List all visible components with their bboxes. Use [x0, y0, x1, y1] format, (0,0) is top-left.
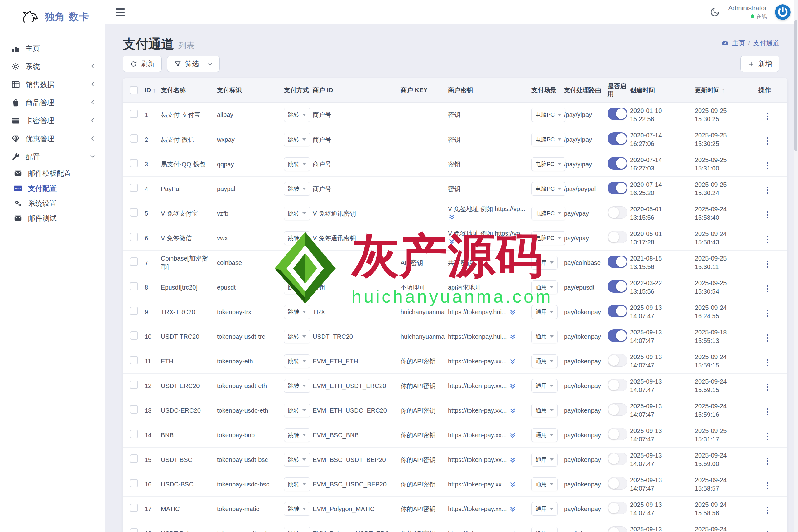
add-button[interactable]: 新增: [740, 56, 779, 72]
expand-icon[interactable]: [509, 457, 516, 463]
row-actions-kebab[interactable]: [764, 357, 772, 368]
row-checkbox[interactable]: [130, 110, 138, 118]
row-actions-kebab[interactable]: [764, 160, 772, 171]
sidebar-subitem[interactable]: 系统设置: [0, 196, 105, 211]
page-scrollbar[interactable]: [794, 0, 798, 532]
pay-scene-select[interactable]: 通用: [531, 281, 558, 294]
row-checkbox[interactable]: [130, 331, 138, 340]
expand-icon[interactable]: [509, 358, 516, 365]
expand-icon[interactable]: [509, 506, 516, 513]
pay-method-select[interactable]: 跳转: [284, 133, 310, 147]
row-actions-kebab[interactable]: [764, 530, 772, 532]
pay-scene-select[interactable]: 通用: [531, 305, 558, 319]
col-id[interactable]: ID↑: [145, 86, 161, 94]
enabled-toggle[interactable]: [608, 132, 627, 145]
pay-scene-select[interactable]: 通用: [531, 453, 558, 467]
col-updated[interactable]: 更新时间↑: [695, 86, 758, 94]
pay-scene-select[interactable]: 通用: [531, 477, 558, 491]
row-actions-kebab[interactable]: [764, 136, 772, 147]
pay-method-select[interactable]: 跳转: [284, 207, 310, 220]
row-checkbox[interactable]: [130, 479, 138, 488]
enabled-toggle[interactable]: [608, 255, 627, 268]
row-checkbox[interactable]: [130, 528, 138, 532]
row-actions-kebab[interactable]: [764, 456, 772, 467]
row-actions-kebab[interactable]: [764, 505, 772, 516]
sidebar-subitem-active[interactable]: VISA支付配置: [0, 181, 105, 196]
enabled-toggle[interactable]: [608, 108, 627, 120]
pay-scene-select[interactable]: 电脑PC: [531, 133, 566, 147]
sidebar-subitem[interactable]: 邮件模板配置: [0, 166, 105, 181]
pay-method-select[interactable]: 跳转: [284, 354, 310, 368]
row-actions-kebab[interactable]: [764, 259, 772, 270]
row-actions-kebab[interactable]: [764, 406, 772, 417]
row-checkbox[interactable]: [130, 233, 138, 241]
hamburger-menu-icon[interactable]: [116, 8, 125, 16]
enabled-toggle[interactable]: [608, 477, 627, 490]
enabled-toggle[interactable]: [608, 403, 627, 416]
pay-method-select[interactable]: 跳转: [284, 157, 310, 171]
enabled-toggle[interactable]: [608, 428, 627, 440]
row-checkbox[interactable]: [130, 258, 138, 266]
pay-method-select[interactable]: 跳转: [284, 379, 310, 393]
pay-method-select[interactable]: 跳转: [284, 305, 310, 319]
pay-method-select[interactable]: 跳转: [284, 108, 310, 121]
sidebar-item-gem[interactable]: 优惠管理: [0, 130, 105, 148]
enabled-toggle[interactable]: [608, 182, 627, 194]
expand-icon[interactable]: [509, 309, 516, 316]
enabled-toggle[interactable]: [608, 379, 627, 391]
enabled-toggle[interactable]: [608, 305, 627, 317]
pay-scene-select[interactable]: 电脑PC: [531, 108, 566, 121]
pay-method-select[interactable]: 跳转: [284, 182, 310, 196]
refresh-button[interactable]: 刷新: [123, 56, 162, 72]
pay-scene-select[interactable]: 通用: [531, 502, 558, 516]
pay-scene-select[interactable]: 通用: [531, 354, 558, 368]
row-checkbox[interactable]: [130, 405, 138, 414]
row-checkbox[interactable]: [130, 134, 138, 143]
sidebar-item-gear[interactable]: 系统: [0, 57, 105, 75]
breadcrumb-home[interactable]: 主页: [732, 39, 745, 48]
pay-scene-select[interactable]: 通用: [531, 428, 558, 442]
pay-method-select[interactable]: 跳转: [284, 428, 310, 442]
pay-method-select[interactable]: 跳转: [284, 502, 310, 516]
enabled-toggle[interactable]: [608, 526, 627, 532]
pay-scene-select[interactable]: 电脑PC: [531, 207, 566, 220]
expand-icon[interactable]: [509, 334, 516, 340]
enabled-toggle[interactable]: [608, 280, 627, 293]
expand-icon[interactable]: [509, 383, 516, 390]
row-actions-kebab[interactable]: [764, 308, 772, 319]
row-checkbox[interactable]: [130, 454, 138, 463]
sidebar-item-table[interactable]: 销售数据: [0, 75, 105, 94]
row-checkbox[interactable]: [130, 504, 138, 512]
sidebar-item-credit-card[interactable]: 卡密管理: [0, 112, 105, 130]
row-checkbox[interactable]: [130, 430, 138, 438]
enabled-toggle[interactable]: [608, 231, 627, 243]
expand-icon[interactable]: [449, 214, 528, 223]
pay-method-select[interactable]: 跳转: [284, 527, 310, 532]
dark-mode-toggle[interactable]: [709, 7, 720, 17]
row-actions-kebab[interactable]: [764, 111, 772, 122]
expand-icon[interactable]: [509, 481, 516, 488]
enabled-toggle[interactable]: [608, 354, 627, 366]
sidebar-subitem[interactable]: 邮件测试: [0, 211, 105, 226]
enabled-toggle[interactable]: [608, 157, 627, 170]
select-all-checkbox[interactable]: [130, 86, 138, 94]
row-actions-kebab[interactable]: [764, 209, 772, 220]
enabled-toggle[interactable]: [608, 502, 627, 514]
row-actions-kebab[interactable]: [764, 283, 772, 294]
pay-scene-select[interactable]: 电脑PC: [531, 231, 566, 245]
expand-icon[interactable]: [509, 407, 516, 414]
row-actions-kebab[interactable]: [764, 332, 772, 343]
enabled-toggle[interactable]: [608, 329, 627, 342]
row-actions-kebab[interactable]: [764, 431, 772, 442]
pay-scene-select[interactable]: 通用: [531, 330, 558, 343]
brand[interactable]: 独角 数卡: [0, 0, 105, 24]
pay-scene-select[interactable]: 电脑PC: [531, 157, 566, 171]
sidebar-item-home[interactable]: 主页: [0, 39, 105, 57]
pay-scene-select[interactable]: 电脑PC: [531, 182, 566, 196]
row-checkbox[interactable]: [130, 356, 138, 364]
scrollbar-thumb[interactable]: [794, 20, 797, 151]
pay-scene-select[interactable]: 通用: [531, 404, 558, 417]
row-checkbox[interactable]: [130, 381, 138, 389]
row-actions-kebab[interactable]: [764, 480, 772, 491]
avatar[interactable]: [775, 4, 791, 20]
